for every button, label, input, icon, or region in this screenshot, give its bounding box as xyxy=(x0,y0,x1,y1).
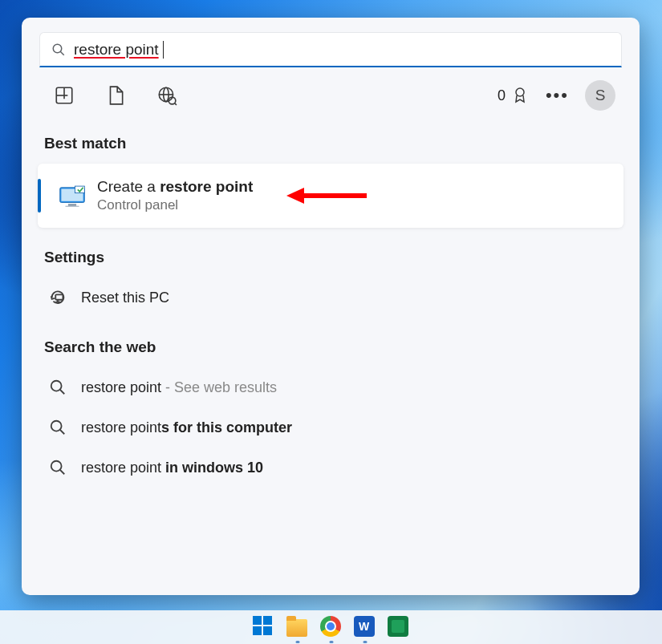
monitor-restore-icon xyxy=(59,184,86,207)
svg-line-26 xyxy=(60,470,65,475)
rewards-badge[interactable]: 0 xyxy=(498,86,530,105)
svg-line-9 xyxy=(175,103,177,105)
rewards-icon xyxy=(510,86,530,105)
best-match-title: Create a restore point xyxy=(97,178,253,196)
start-button[interactable] xyxy=(253,616,275,638)
settings-result-reset-pc[interactable]: Reset this PC xyxy=(39,277,622,318)
svg-point-21 xyxy=(51,381,62,391)
svg-line-24 xyxy=(60,430,65,435)
taskbar: W xyxy=(0,610,662,644)
svg-point-10 xyxy=(516,88,524,96)
web-result-0[interactable]: restore point - See web results xyxy=(39,367,622,407)
settings-heading: Settings xyxy=(39,228,622,277)
documents-filter-icon[interactable] xyxy=(105,85,126,106)
svg-marker-17 xyxy=(286,188,304,204)
file-explorer-app[interactable] xyxy=(286,616,309,638)
filter-toolbar: 0 ••• S xyxy=(39,67,622,114)
svg-rect-14 xyxy=(66,206,79,207)
apps-filter-icon[interactable] xyxy=(54,85,75,106)
search-icon xyxy=(49,419,67,436)
chrome-app[interactable] xyxy=(320,616,343,638)
search-icon xyxy=(49,459,67,476)
user-avatar[interactable]: S xyxy=(585,80,615,111)
web-result-1[interactable]: restore points for this computer xyxy=(39,407,622,448)
annotation-arrow xyxy=(286,183,367,209)
svg-point-25 xyxy=(51,461,62,472)
web-filter-icon[interactable] xyxy=(156,85,177,106)
svg-rect-18 xyxy=(55,294,63,299)
best-match-result[interactable]: Create a restore point Control panel xyxy=(38,164,623,228)
svg-line-1 xyxy=(60,51,64,55)
search-icon xyxy=(49,379,67,396)
search-input[interactable]: restore point xyxy=(74,41,610,59)
search-panel: restore point 0 xyxy=(22,18,640,595)
svg-point-0 xyxy=(53,44,62,53)
best-match-heading: Best match xyxy=(39,114,622,164)
selection-accent xyxy=(38,179,41,213)
more-options-button[interactable]: ••• xyxy=(546,85,569,106)
app-green[interactable] xyxy=(388,616,410,638)
reset-pc-icon xyxy=(49,289,67,306)
svg-point-23 xyxy=(51,421,62,431)
svg-rect-13 xyxy=(68,204,76,206)
svg-line-22 xyxy=(60,390,65,395)
word-app[interactable]: W xyxy=(354,616,376,638)
web-heading: Search the web xyxy=(39,318,622,367)
search-bar[interactable]: restore point xyxy=(39,32,622,67)
web-result-2[interactable]: restore point in windows 10 xyxy=(39,448,622,488)
search-icon xyxy=(51,43,66,57)
best-match-subtitle: Control panel xyxy=(97,197,253,213)
